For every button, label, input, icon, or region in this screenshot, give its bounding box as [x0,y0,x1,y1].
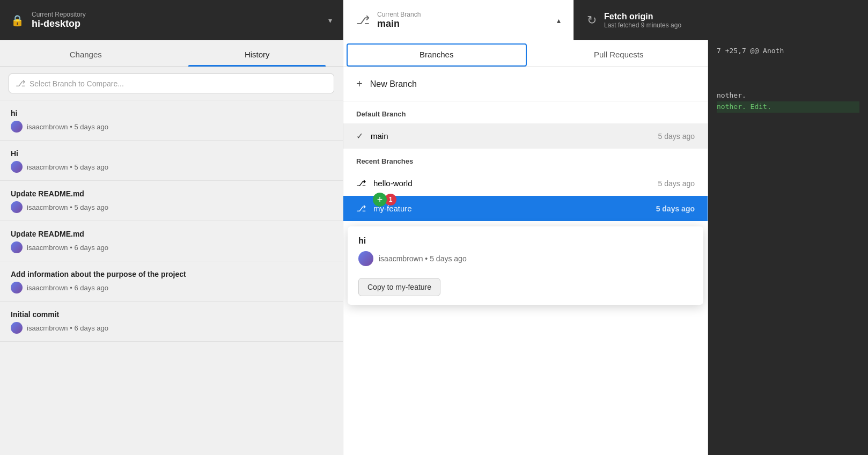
commit-time: 6 days ago [74,324,108,332]
badge-green: + [373,193,387,207]
tooltip-commit-title: hi [358,236,693,246]
commit-time: 6 days ago [74,244,108,252]
branch-item-main[interactable]: ✓ main 5 days ago [343,123,708,149]
repo-label: Current Repository [32,11,323,18]
tooltip-meta: isaacmbrown • 5 days ago [358,251,693,266]
lock-icon: 🔒 [11,14,24,27]
fetch-title: Fetch origin [604,12,681,21]
branch-name-main: main [371,131,658,141]
avatar [11,121,23,133]
left-panel: Changes History ⎇ Select Branch to Compa… [0,40,343,455]
dropdown-tabs: Branches Pull Requests [343,40,708,67]
recent-branches-header: Recent Branches [343,149,708,171]
diff-line-add: nother. Edit. [717,101,859,113]
dropdown-panel: Branches Pull Requests + New Branch Defa… [343,40,708,455]
commit-separator: • [68,123,75,131]
commit-item[interactable]: hi isaacmbrown • 5 days ago [0,100,343,141]
tab-changes[interactable]: Changes [0,40,172,67]
commit-author: isaacmbrown [27,203,68,211]
repo-text: Current Repository hi-desktop [32,11,323,30]
diff-line: 7 +25,7 @@ Anoth [717,46,859,57]
commit-time: 5 days ago [74,123,108,131]
tooltip-avatar [358,251,373,266]
tooltip-author: isaacmbrown [379,254,423,263]
commit-title: Add information about the purpose of the… [11,270,332,278]
branch-compare-icon: ⎇ [16,78,25,89]
tooltip-content: hi isaacmbrown • 5 days ago [348,226,703,271]
commit-meta: isaacmbrown • 5 days ago [11,161,332,173]
branch-item-my-feature[interactable]: ⎇ my-feature 5 days ago + 1 [343,196,708,221]
diff-line: nother. [717,90,859,101]
commit-item[interactable]: Update README.md isaacmbrown • 5 days ag… [0,181,343,221]
commit-time: 5 days ago [74,163,108,171]
branch-label: Current Branch [377,11,551,18]
commit-list: hi isaacmbrown • 5 days ago Hi isaacmbro… [0,100,343,342]
commit-time: 6 days ago [74,284,108,292]
tab-bar: Changes History [0,40,343,67]
copy-to-branch-button[interactable]: Copy to my-feature [358,278,440,296]
compare-branch-input[interactable]: ⎇ Select Branch to Compare... [9,74,334,93]
branch-section[interactable]: ⎇ Current Branch main ▴ [343,0,574,40]
new-branch-label: New Branch [370,79,417,89]
commit-author: isaacmbrown [27,284,68,292]
tab-pull-requests[interactable]: Pull Requests [530,40,708,67]
checkmark-icon: ✓ [356,131,363,141]
commit-time: 5 days ago [74,203,108,211]
commit-meta: isaacmbrown • 5 days ago [11,201,332,213]
tooltip-btn-row: Copy to my-feature [348,271,703,305]
refresh-icon: ↻ [587,13,597,27]
default-branch-header: Default Branch [343,101,708,123]
branch-icon-my-feature: ⎇ [356,203,366,214]
branch-name: main [377,18,551,30]
branch-item-hello-world[interactable]: ⎇ hello-world 5 days ago [343,171,708,196]
branch-icon: ⎇ [356,13,370,27]
badge-container: + 1 [373,193,396,207]
commit-meta: isaacmbrown • 5 days ago [11,121,332,133]
branch-icon-hello-world: ⎇ [356,178,366,188]
commit-author: isaacmbrown [27,163,68,171]
commit-meta: isaacmbrown • 6 days ago [11,282,332,293]
tab-branches[interactable]: Branches [347,43,527,67]
chevron-down-icon: ▾ [328,16,332,25]
fetch-section[interactable]: ↻ Fetch origin Last fetched 9 minutes ag… [574,0,868,40]
fetch-text: Fetch origin Last fetched 9 minutes ago [604,12,681,29]
avatar [11,322,23,334]
commit-item[interactable]: Add information about the purpose of the… [0,261,343,302]
tab-history[interactable]: History [172,40,343,67]
chevron-up-icon: ▴ [557,16,561,25]
commit-title: Update README.md [11,230,332,238]
top-bar: 🔒 Current Repository hi-desktop ▾ ⎇ Curr… [0,0,868,40]
new-branch-row[interactable]: + New Branch [343,67,708,101]
avatar [11,201,23,213]
commit-title: Initial commit [11,310,332,319]
avatar [11,161,23,173]
compare-placeholder: Select Branch to Compare... [30,79,124,88]
repo-name: hi-desktop [32,18,323,30]
diff-area: 7 +25,7 @@ Anoth nother. nother. Edit. [708,40,868,455]
branch-time-hello-world: 5 days ago [658,179,695,188]
diff-line [717,57,859,68]
tooltip-time: 5 days ago [430,254,467,263]
branch-time-main: 5 days ago [658,132,695,141]
repo-section[interactable]: 🔒 Current Repository hi-desktop ▾ [0,0,343,40]
commit-meta: isaacmbrown • 6 days ago [11,322,332,334]
diff-line [717,68,859,79]
branch-time-my-feature: 5 days ago [656,204,695,213]
commit-item[interactable]: Hi isaacmbrown • 5 days ago [0,141,343,181]
branch-name-my-feature: my-feature [373,204,656,213]
branch-text: Current Branch main [377,11,551,30]
fetch-subtitle: Last fetched 9 minutes ago [604,21,681,29]
commit-item[interactable]: Update README.md isaacmbrown • 6 days ag… [0,221,343,261]
branch-name-hello-world: hello-world [373,179,658,188]
commit-author: isaacmbrown [27,244,68,252]
tooltip-popup: hi isaacmbrown • 5 days ago Copy to my-f… [348,226,703,305]
commit-meta: isaacmbrown • 6 days ago [11,241,332,253]
commit-title: Update README.md [11,189,332,198]
compare-bar: ⎇ Select Branch to Compare... [0,67,343,100]
plus-icon: + [356,78,363,90]
commit-item[interactable]: Initial commit isaacmbrown • 6 days ago [0,302,343,342]
commit-title: Hi [11,149,332,158]
avatar [11,282,23,293]
commit-author: isaacmbrown [27,324,68,332]
avatar [11,241,23,253]
